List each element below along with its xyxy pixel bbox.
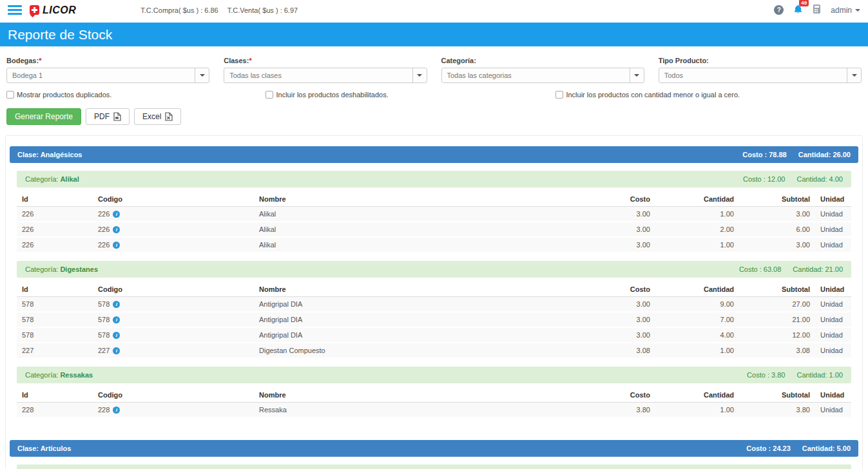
cell: 27.00 (739, 297, 815, 312)
checkbox-icon (6, 91, 14, 99)
checkbox-cantidad-cero[interactable]: Incluir los productos con cantidad menor… (555, 91, 740, 99)
column-header: Id (17, 192, 93, 207)
categoria-header: Categoría:Ressakas Costo : 3.80 Cantidad… (17, 367, 851, 383)
cell: 3.00 (581, 327, 655, 343)
categoria-name: Alikal (60, 175, 79, 183)
clase-body: Categoría:Alikal Costo : 12.00 Cantidad:… (10, 163, 858, 430)
categoria-select[interactable]: Todas las categorias (441, 68, 644, 83)
tipo-producto-selected-value: Todos (659, 72, 847, 79)
brand-name: LICOR (43, 5, 76, 16)
codigo-cell: 578i (93, 297, 254, 312)
column-header: Codigo (93, 282, 254, 297)
categoria-label: Categoría: (25, 265, 58, 273)
checkbox-mostrar-duplicados[interactable]: Mostrar productos duplicados. (6, 91, 220, 99)
cell: 578 (17, 327, 93, 343)
info-icon[interactable]: i (113, 226, 120, 233)
cell: 1.00 (655, 237, 739, 253)
info-icon[interactable]: i (113, 316, 120, 323)
column-header: Id (17, 282, 93, 297)
categoria-block: Categoría:Alikal Costo : 12.00 Cantidad:… (17, 171, 851, 253)
pdf-button[interactable]: PDF (86, 108, 130, 125)
table-header-row: IdCodigoNombreCostoCantidadSubtotalUnida… (17, 192, 851, 207)
cell: 3.80 (581, 403, 655, 418)
info-icon[interactable]: i (113, 301, 120, 308)
column-header: Costo (581, 388, 655, 403)
column-header: Cantidad (655, 192, 739, 207)
cell: 226 (17, 207, 93, 222)
codigo-cell: 227i (93, 343, 254, 358)
categoria-cantidad-total: Cantidad: 4.00 (796, 175, 843, 183)
clase-cantidad-total: Cantidad: 5.00 (802, 445, 851, 452)
categoria-cantidad-total: Cantidad: 1.00 (796, 371, 843, 379)
generar-reporte-button[interactable]: Generar Reporte (6, 108, 81, 125)
categoria-label: Categoría: (441, 57, 644, 64)
clase-cantidad-total: Cantidad: 26.00 (798, 151, 851, 158)
column-header: Unidad (815, 192, 851, 207)
stock-table: IdCodigoNombreCostoCantidadSubtotalUnida… (17, 282, 851, 359)
categoria-name: Digestanes (60, 265, 98, 273)
column-header: Costo (581, 282, 655, 297)
cell: 3.80 (739, 403, 815, 418)
cell: Unidad (815, 207, 851, 222)
tc-venta: T.C.Venta( $us ) : 6.97 (227, 6, 298, 14)
column-header: Unidad (815, 388, 851, 403)
clase-name: Clase: Artículos (17, 445, 71, 452)
clase-section: Clase: Analgésicos Costo : 78.88 Cantida… (10, 146, 858, 430)
categoria-costo-total: Costo : 12.00 (743, 175, 785, 183)
cell: 3.00 (581, 297, 655, 312)
excel-button[interactable]: Excel (134, 108, 181, 125)
help-icon[interactable]: ? (774, 5, 784, 15)
pdf-file-icon (113, 112, 121, 121)
bodegas-select[interactable]: Bodega 1 (6, 68, 209, 83)
clases-select[interactable]: Todas las clases (224, 68, 427, 83)
cell: Antigripal DIA (254, 312, 581, 327)
filter-categoria: Categoría: Todas las categorias (441, 57, 644, 83)
cell: Unidad (815, 237, 851, 253)
column-header: Id (17, 388, 93, 403)
cell: 227 (17, 343, 93, 358)
info-icon[interactable]: i (113, 347, 120, 354)
codigo-cell: 578i (93, 327, 254, 343)
column-header: Codigo (93, 192, 254, 207)
building-button[interactable] (813, 4, 821, 17)
chevron-down-icon (412, 68, 427, 82)
column-header: Nombre (254, 282, 581, 297)
bodegas-selected-value: Bodega 1 (7, 72, 195, 79)
notifications-button[interactable]: 49 (793, 4, 803, 17)
table-row: 578578iAntigripal DIA3.007.0021.00Unidad (17, 312, 851, 327)
tipo-producto-select[interactable]: Todos (659, 68, 862, 83)
cell: Unidad (815, 403, 851, 418)
cell: 7.00 (655, 312, 739, 327)
clases-label: Clases:* (224, 57, 427, 64)
cell: 3.00 (739, 237, 815, 253)
cell: Antigripal DIA (254, 297, 581, 312)
cell: 226 (17, 237, 93, 253)
hamburger-menu-icon[interactable] (8, 5, 22, 15)
info-icon[interactable]: i (113, 407, 120, 414)
info-icon[interactable]: i (113, 332, 120, 339)
info-icon[interactable]: i (113, 242, 120, 249)
categoria-block: Categoría:Digestanes Costo : 63.08 Canti… (17, 261, 851, 359)
cell: 3.00 (581, 222, 655, 237)
excel-label: Excel (142, 112, 161, 121)
column-header: Costo (581, 192, 655, 207)
checkbox-row: Mostrar productos duplicados. Incluir lo… (0, 83, 868, 99)
table-row: 227227iDigestan Compuesto3.081.003.08Uni… (17, 343, 851, 358)
cell: 21.00 (739, 312, 815, 327)
cell: 226 (17, 222, 93, 237)
user-menu[interactable]: admin (831, 6, 860, 15)
brand-logo[interactable]: LICOR (30, 5, 76, 16)
cell: Ressaka (254, 403, 581, 418)
checkbox-label: Incluir los productos con cantidad menor… (566, 91, 740, 99)
checkbox-incluir-deshabilitados[interactable]: Incluir los productos deshabilitados. (265, 91, 388, 99)
filter-clases: Clases:* Todas las clases (224, 57, 427, 83)
report-panel: Clase: Analgésicos Costo : 78.88 Cantida… (5, 135, 863, 469)
info-icon[interactable]: i (113, 211, 120, 218)
codigo-cell: 578i (93, 312, 254, 327)
clase-header: Clase: Artículos Costo : 24.23 Cantidad:… (10, 440, 858, 457)
top-navbar: LICOR T.C.Compra( $us ) : 6.86 T.C.Venta… (0, 0, 868, 20)
required-mark: * (39, 57, 41, 64)
checkbox-icon (555, 91, 563, 99)
tipo-producto-label: Tipo Producto: (659, 57, 862, 64)
cell: 3.08 (581, 343, 655, 358)
